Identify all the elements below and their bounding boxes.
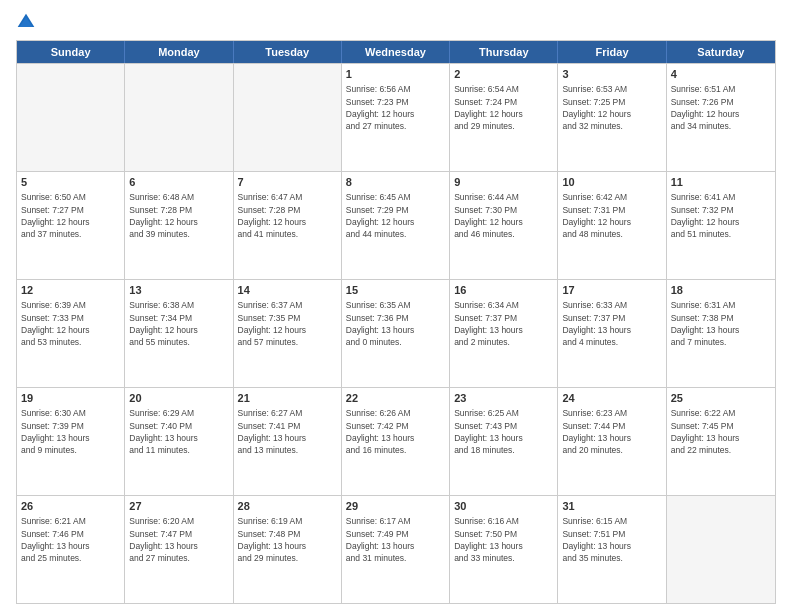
calendar-cell: 30Sunrise: 6:16 AMSunset: 7:50 PMDayligh… <box>450 496 558 603</box>
cell-sun-info: Sunrise: 6:27 AMSunset: 7:41 PMDaylight:… <box>238 407 337 456</box>
cell-sun-info: Sunrise: 6:53 AMSunset: 7:25 PMDaylight:… <box>562 83 661 132</box>
calendar-week-1: 5Sunrise: 6:50 AMSunset: 7:27 PMDaylight… <box>17 171 775 279</box>
calendar-cell: 13Sunrise: 6:38 AMSunset: 7:34 PMDayligh… <box>125 280 233 387</box>
calendar-week-4: 26Sunrise: 6:21 AMSunset: 7:46 PMDayligh… <box>17 495 775 603</box>
calendar-cell: 21Sunrise: 6:27 AMSunset: 7:41 PMDayligh… <box>234 388 342 495</box>
cell-sun-info: Sunrise: 6:15 AMSunset: 7:51 PMDaylight:… <box>562 515 661 564</box>
cell-sun-info: Sunrise: 6:39 AMSunset: 7:33 PMDaylight:… <box>21 299 120 348</box>
day-number: 27 <box>129 499 228 514</box>
calendar-cell: 3Sunrise: 6:53 AMSunset: 7:25 PMDaylight… <box>558 64 666 171</box>
cell-sun-info: Sunrise: 6:38 AMSunset: 7:34 PMDaylight:… <box>129 299 228 348</box>
calendar-cell: 7Sunrise: 6:47 AMSunset: 7:28 PMDaylight… <box>234 172 342 279</box>
calendar-cell: 20Sunrise: 6:29 AMSunset: 7:40 PMDayligh… <box>125 388 233 495</box>
calendar-cell: 15Sunrise: 6:35 AMSunset: 7:36 PMDayligh… <box>342 280 450 387</box>
calendar-cell: 29Sunrise: 6:17 AMSunset: 7:49 PMDayligh… <box>342 496 450 603</box>
cell-sun-info: Sunrise: 6:35 AMSunset: 7:36 PMDaylight:… <box>346 299 445 348</box>
calendar-body: 1Sunrise: 6:56 AMSunset: 7:23 PMDaylight… <box>17 63 775 603</box>
cell-sun-info: Sunrise: 6:47 AMSunset: 7:28 PMDaylight:… <box>238 191 337 240</box>
logo-icon <box>16 12 36 32</box>
day-number: 5 <box>21 175 120 190</box>
day-number: 17 <box>562 283 661 298</box>
day-number: 12 <box>21 283 120 298</box>
calendar-cell: 2Sunrise: 6:54 AMSunset: 7:24 PMDaylight… <box>450 64 558 171</box>
cell-sun-info: Sunrise: 6:51 AMSunset: 7:26 PMDaylight:… <box>671 83 771 132</box>
day-header-friday: Friday <box>558 41 666 63</box>
calendar-cell: 22Sunrise: 6:26 AMSunset: 7:42 PMDayligh… <box>342 388 450 495</box>
calendar-week-0: 1Sunrise: 6:56 AMSunset: 7:23 PMDaylight… <box>17 63 775 171</box>
cell-sun-info: Sunrise: 6:29 AMSunset: 7:40 PMDaylight:… <box>129 407 228 456</box>
day-header-tuesday: Tuesday <box>234 41 342 63</box>
cell-sun-info: Sunrise: 6:20 AMSunset: 7:47 PMDaylight:… <box>129 515 228 564</box>
day-number: 2 <box>454 67 553 82</box>
day-number: 30 <box>454 499 553 514</box>
cell-sun-info: Sunrise: 6:50 AMSunset: 7:27 PMDaylight:… <box>21 191 120 240</box>
calendar-cell: 25Sunrise: 6:22 AMSunset: 7:45 PMDayligh… <box>667 388 775 495</box>
calendar-cell: 11Sunrise: 6:41 AMSunset: 7:32 PMDayligh… <box>667 172 775 279</box>
calendar-cell: 1Sunrise: 6:56 AMSunset: 7:23 PMDaylight… <box>342 64 450 171</box>
day-number: 25 <box>671 391 771 406</box>
cell-sun-info: Sunrise: 6:23 AMSunset: 7:44 PMDaylight:… <box>562 407 661 456</box>
day-number: 11 <box>671 175 771 190</box>
day-number: 6 <box>129 175 228 190</box>
day-number: 7 <box>238 175 337 190</box>
calendar-cell <box>234 64 342 171</box>
calendar-cell: 16Sunrise: 6:34 AMSunset: 7:37 PMDayligh… <box>450 280 558 387</box>
day-number: 3 <box>562 67 661 82</box>
calendar-cell <box>667 496 775 603</box>
cell-sun-info: Sunrise: 6:26 AMSunset: 7:42 PMDaylight:… <box>346 407 445 456</box>
day-number: 9 <box>454 175 553 190</box>
calendar-week-3: 19Sunrise: 6:30 AMSunset: 7:39 PMDayligh… <box>17 387 775 495</box>
day-number: 29 <box>346 499 445 514</box>
calendar-cell: 5Sunrise: 6:50 AMSunset: 7:27 PMDaylight… <box>17 172 125 279</box>
calendar-cell: 31Sunrise: 6:15 AMSunset: 7:51 PMDayligh… <box>558 496 666 603</box>
day-number: 8 <box>346 175 445 190</box>
cell-sun-info: Sunrise: 6:25 AMSunset: 7:43 PMDaylight:… <box>454 407 553 456</box>
day-number: 26 <box>21 499 120 514</box>
calendar-cell: 17Sunrise: 6:33 AMSunset: 7:37 PMDayligh… <box>558 280 666 387</box>
day-header-monday: Monday <box>125 41 233 63</box>
calendar-cell: 10Sunrise: 6:42 AMSunset: 7:31 PMDayligh… <box>558 172 666 279</box>
day-number: 31 <box>562 499 661 514</box>
day-number: 10 <box>562 175 661 190</box>
day-number: 1 <box>346 67 445 82</box>
cell-sun-info: Sunrise: 6:37 AMSunset: 7:35 PMDaylight:… <box>238 299 337 348</box>
calendar-cell: 27Sunrise: 6:20 AMSunset: 7:47 PMDayligh… <box>125 496 233 603</box>
cell-sun-info: Sunrise: 6:44 AMSunset: 7:30 PMDaylight:… <box>454 191 553 240</box>
calendar-cell: 26Sunrise: 6:21 AMSunset: 7:46 PMDayligh… <box>17 496 125 603</box>
cell-sun-info: Sunrise: 6:45 AMSunset: 7:29 PMDaylight:… <box>346 191 445 240</box>
calendar-cell <box>17 64 125 171</box>
cell-sun-info: Sunrise: 6:22 AMSunset: 7:45 PMDaylight:… <box>671 407 771 456</box>
calendar-cell: 24Sunrise: 6:23 AMSunset: 7:44 PMDayligh… <box>558 388 666 495</box>
cell-sun-info: Sunrise: 6:31 AMSunset: 7:38 PMDaylight:… <box>671 299 771 348</box>
calendar-cell <box>125 64 233 171</box>
calendar-cell: 4Sunrise: 6:51 AMSunset: 7:26 PMDaylight… <box>667 64 775 171</box>
calendar-cell: 12Sunrise: 6:39 AMSunset: 7:33 PMDayligh… <box>17 280 125 387</box>
day-number: 22 <box>346 391 445 406</box>
cell-sun-info: Sunrise: 6:54 AMSunset: 7:24 PMDaylight:… <box>454 83 553 132</box>
day-header-sunday: Sunday <box>17 41 125 63</box>
calendar-week-2: 12Sunrise: 6:39 AMSunset: 7:33 PMDayligh… <box>17 279 775 387</box>
cell-sun-info: Sunrise: 6:34 AMSunset: 7:37 PMDaylight:… <box>454 299 553 348</box>
day-number: 15 <box>346 283 445 298</box>
day-header-wednesday: Wednesday <box>342 41 450 63</box>
day-number: 28 <box>238 499 337 514</box>
calendar-header: SundayMondayTuesdayWednesdayThursdayFrid… <box>17 41 775 63</box>
calendar-cell: 19Sunrise: 6:30 AMSunset: 7:39 PMDayligh… <box>17 388 125 495</box>
cell-sun-info: Sunrise: 6:19 AMSunset: 7:48 PMDaylight:… <box>238 515 337 564</box>
cell-sun-info: Sunrise: 6:30 AMSunset: 7:39 PMDaylight:… <box>21 407 120 456</box>
calendar-cell: 18Sunrise: 6:31 AMSunset: 7:38 PMDayligh… <box>667 280 775 387</box>
day-number: 4 <box>671 67 771 82</box>
calendar: SundayMondayTuesdayWednesdayThursdayFrid… <box>16 40 776 604</box>
calendar-cell: 9Sunrise: 6:44 AMSunset: 7:30 PMDaylight… <box>450 172 558 279</box>
cell-sun-info: Sunrise: 6:48 AMSunset: 7:28 PMDaylight:… <box>129 191 228 240</box>
day-number: 23 <box>454 391 553 406</box>
cell-sun-info: Sunrise: 6:42 AMSunset: 7:31 PMDaylight:… <box>562 191 661 240</box>
day-number: 13 <box>129 283 228 298</box>
header <box>16 12 776 32</box>
day-number: 24 <box>562 391 661 406</box>
calendar-cell: 23Sunrise: 6:25 AMSunset: 7:43 PMDayligh… <box>450 388 558 495</box>
calendar-cell: 14Sunrise: 6:37 AMSunset: 7:35 PMDayligh… <box>234 280 342 387</box>
day-number: 18 <box>671 283 771 298</box>
calendar-cell: 6Sunrise: 6:48 AMSunset: 7:28 PMDaylight… <box>125 172 233 279</box>
cell-sun-info: Sunrise: 6:33 AMSunset: 7:37 PMDaylight:… <box>562 299 661 348</box>
